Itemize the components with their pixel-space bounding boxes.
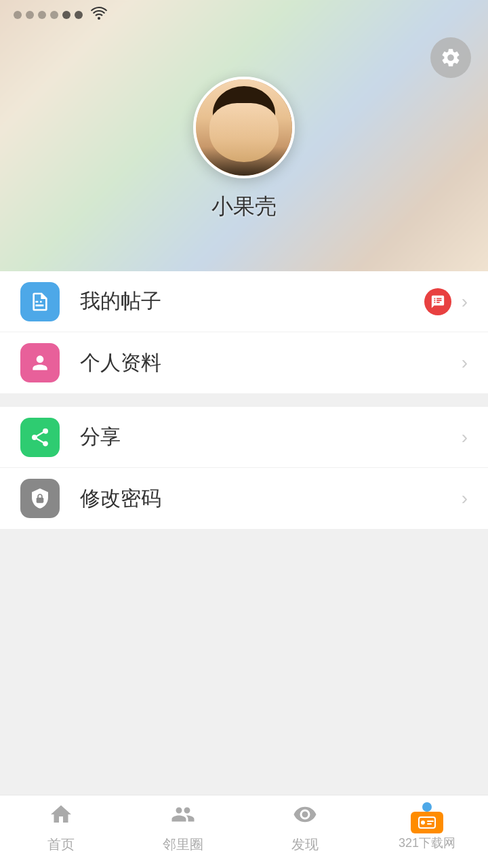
signal-dot-2 xyxy=(26,11,34,19)
settings-button[interactable] xyxy=(430,37,471,78)
chevron-right-icon-4: › xyxy=(462,488,468,509)
section-divider-1 xyxy=(0,395,488,407)
content-area: 小果壳 我的帖子 › xyxy=(0,0,488,854)
active-dot xyxy=(422,802,432,812)
section-divider-2 xyxy=(0,530,488,542)
lock-icon xyxy=(29,488,51,509)
person-icon xyxy=(29,352,51,374)
notification-badge xyxy=(424,288,451,315)
brand-label: 321下载网 xyxy=(399,835,455,851)
profile-overlay: 小果壳 xyxy=(0,0,488,271)
menu-section-1: 我的帖子 › 个人资料 › xyxy=(0,271,488,393)
empty-area xyxy=(0,542,488,780)
brand-icon xyxy=(411,812,443,833)
chevron-right-icon-2: › xyxy=(462,352,468,374)
svg-point-1 xyxy=(421,821,425,825)
svg-rect-3 xyxy=(427,823,432,825)
document-icon xyxy=(29,291,51,313)
eye-icon xyxy=(293,802,317,833)
share-icon xyxy=(29,427,51,448)
nav-discover[interactable]: 发现 xyxy=(244,802,366,854)
nav-home[interactable]: 首页 xyxy=(0,802,122,854)
signal-dots xyxy=(14,11,83,19)
change-password-label: 修改密码 xyxy=(80,485,462,513)
my-posts-label: 我的帖子 xyxy=(80,288,424,315)
profile-name: 小果壳 xyxy=(211,192,277,222)
menu-item-share[interactable]: 分享 › xyxy=(0,407,488,468)
lock-icon-container xyxy=(20,479,60,518)
signal-dot-3 xyxy=(38,11,46,19)
neighbors-label: 邻里圈 xyxy=(163,835,203,854)
chat-bubble-icon xyxy=(430,294,445,309)
gear-icon xyxy=(440,47,462,68)
discover-label: 发现 xyxy=(291,835,319,854)
avatar[interactable] xyxy=(193,77,295,178)
profile-header: 小果壳 xyxy=(0,0,488,271)
menu-item-change-password[interactable]: 修改密码 › xyxy=(0,468,488,529)
bottom-nav: 首页 邻里圈 发现 321下载网 xyxy=(0,795,488,868)
document-icon-container xyxy=(20,282,60,321)
status-bar xyxy=(0,0,488,29)
share-icon-container xyxy=(20,418,60,457)
nav-me[interactable]: 321下载网 xyxy=(366,802,488,851)
chevron-right-icon: › xyxy=(462,291,468,313)
share-label: 分享 xyxy=(80,423,462,451)
signal-dot-5 xyxy=(62,11,70,19)
home-label: 首页 xyxy=(47,835,75,854)
svg-rect-2 xyxy=(427,821,434,822)
signal-dot-4 xyxy=(50,11,58,19)
profile-info-label: 个人资料 xyxy=(80,349,462,377)
people-icon xyxy=(171,802,195,833)
avatar-image xyxy=(196,79,292,176)
signal-dot-1 xyxy=(14,11,22,19)
chevron-right-icon-3: › xyxy=(462,427,468,448)
person-icon-container xyxy=(20,343,60,382)
nav-neighbors[interactable]: 邻里圈 xyxy=(122,802,244,854)
menu-item-profile-info[interactable]: 个人资料 › xyxy=(0,332,488,393)
wifi-icon xyxy=(89,6,108,23)
signal-dot-6 xyxy=(75,11,83,19)
menu-item-my-posts[interactable]: 我的帖子 › xyxy=(0,271,488,332)
menu-section-2: 分享 › 修改密码 › xyxy=(0,407,488,529)
home-icon xyxy=(49,802,73,833)
